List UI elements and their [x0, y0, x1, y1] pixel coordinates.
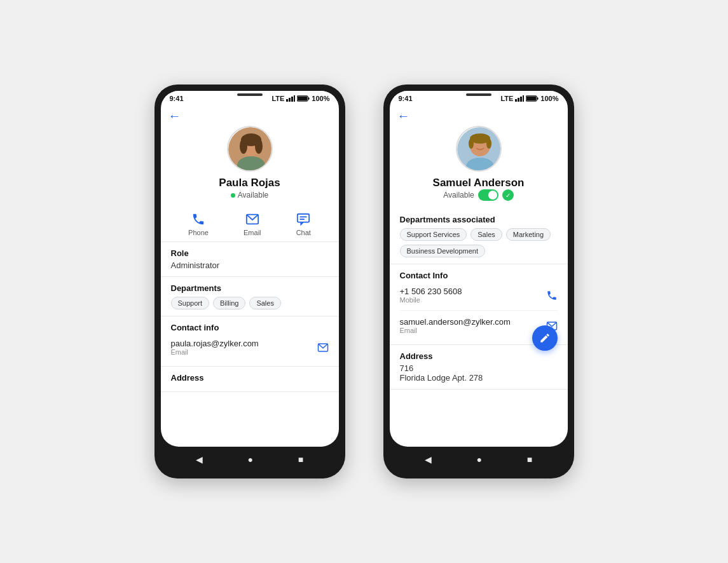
toggle-knob-2: [488, 191, 497, 200]
address-value-2: 716 Florida Lodge Apt. 278: [400, 363, 558, 383]
nav-home-2[interactable]: ●: [477, 454, 482, 465]
avatar-svg-2: [457, 127, 502, 172]
tag-marketing: Marketing: [506, 228, 551, 241]
profile-section-2: Samuel Anderson Available ✓: [390, 123, 568, 208]
available-label-2: Available: [443, 191, 474, 200]
tag-sales: Sales: [249, 297, 281, 309]
status-row-1: Available: [231, 191, 268, 200]
check-icon-2: ✓: [502, 189, 514, 201]
nav-bar-1: ◀ ● ■: [161, 447, 339, 472]
back-button-1[interactable]: ←: [168, 109, 181, 123]
svg-rect-24: [526, 97, 536, 100]
available-toggle-2[interactable]: [478, 189, 498, 201]
lte-icon-1: LTE: [271, 95, 284, 102]
svg-rect-2: [291, 97, 293, 102]
phone-2: 9:41 LTE 100%: [383, 85, 574, 478]
dept-assoc-label-2: Departments associated: [400, 215, 558, 224]
email-icon-contact-1: [317, 342, 329, 353]
status-icons-1: LTE 100%: [271, 95, 329, 102]
avatar-1: [227, 126, 273, 172]
email-value-2: samuel.anderson@zylker.com: [400, 317, 511, 327]
email-info-1: paula.rojas@zylker.com Email: [171, 339, 259, 356]
svg-rect-20: [520, 97, 522, 102]
svg-rect-5: [308, 97, 310, 100]
lte-icon-2: LTE: [500, 95, 513, 102]
tag-biz-dev: Business Development: [400, 245, 486, 257]
speaker-1: [237, 93, 263, 96]
action-row-1: Phone Email Chat: [161, 207, 339, 242]
nav-square-1[interactable]: ■: [298, 454, 303, 465]
chat-action-1[interactable]: Chat: [296, 212, 311, 236]
svg-rect-14: [298, 214, 309, 222]
tag-support-services: Support Services: [400, 228, 467, 241]
profile-section-1: Paula Rojas Available: [161, 123, 339, 207]
address-line1-2: 716: [400, 363, 558, 373]
speaker-2: [466, 93, 491, 96]
address-label-2: Address: [400, 351, 558, 361]
svg-rect-1: [289, 98, 291, 102]
divider-2: [400, 310, 558, 311]
email-type-2: Email: [400, 327, 511, 334]
phone-action-1[interactable]: Phone: [188, 212, 209, 236]
svg-point-11: [240, 139, 247, 154]
phone-row-2: +1 506 230 5608 Mobile: [400, 283, 558, 308]
svg-rect-19: [518, 98, 519, 102]
status-toggle-row-2: Available ✓: [443, 189, 513, 201]
dept-assoc-tags-2: Support Services Sales Marketing Busines…: [400, 228, 558, 257]
phone-icon-contact-2: [546, 290, 558, 301]
address-line2-2: Florida Lodge Apt. 278: [400, 373, 558, 383]
edit-icon-2: [539, 332, 551, 344]
available-dot-1: [231, 193, 235, 198]
signal-bars-2: [515, 95, 524, 102]
phone-type-2: Mobile: [400, 296, 462, 304]
address-section-2: Address 716 Florida Lodge Apt. 278: [390, 345, 568, 390]
available-label-1: Available: [238, 191, 268, 200]
profile-name-1: Paula Rojas: [219, 177, 280, 189]
profile-name-2: Samuel Anderson: [433, 177, 525, 189]
nav-square-2[interactable]: ■: [527, 454, 532, 465]
svg-rect-21: [523, 95, 524, 102]
email-info-2: samuel.anderson@zylker.com Email: [400, 317, 511, 334]
content-scroll-2: Departments associated Support Services …: [390, 208, 568, 447]
svg-rect-3: [294, 95, 295, 102]
svg-point-29: [469, 139, 474, 149]
email-action-1[interactable]: Email: [244, 212, 261, 236]
email-icon-1: [245, 212, 259, 226]
time-1: 9:41: [170, 95, 184, 102]
tag-billing: Billing: [213, 297, 245, 309]
phone-2-screen: 9:41 LTE 100%: [390, 91, 568, 447]
phone-1: 9:41 LTE 100%: [155, 85, 345, 478]
avatar-2: [456, 126, 502, 172]
dept-assoc-section-2: Departments associated Support Services …: [390, 208, 568, 264]
nav-home-1[interactable]: ●: [248, 454, 253, 465]
edit-fab-2[interactable]: [532, 325, 558, 351]
role-label-1: Role: [171, 248, 329, 258]
time-2: 9:41: [399, 95, 413, 102]
department-tags-1: Support Billing Sales: [171, 297, 329, 309]
nav-back-1[interactable]: ◀: [196, 454, 203, 465]
email-type-1: Email: [171, 348, 259, 356]
svg-rect-18: [515, 99, 517, 102]
svg-rect-23: [537, 97, 539, 100]
phone-icon-1: [191, 212, 205, 226]
contact-section-1: Contact info paula.rojas@zylker.com Emai…: [161, 316, 339, 367]
email-value-1: paula.rojas@zylker.com: [171, 339, 259, 348]
phone-info-2: +1 506 230 5608 Mobile: [400, 287, 462, 304]
back-row-2: ←: [390, 105, 568, 123]
phone-value-2: +1 506 230 5608: [400, 287, 462, 296]
departments-section-1: Departments Support Billing Sales: [161, 277, 339, 316]
battery-pct-2: 100%: [540, 95, 558, 102]
status-icons-2: LTE 100%: [500, 95, 558, 102]
battery-icon-1: [297, 95, 310, 102]
contact-label-2: Contact Info: [400, 271, 558, 280]
nav-back-2[interactable]: ◀: [425, 454, 432, 465]
email-action-label-1: Email: [244, 229, 261, 236]
chat-icon-1: [296, 212, 310, 226]
role-value-1: Administrator: [171, 261, 329, 270]
departments-label-1: Departments: [171, 283, 329, 293]
tag-support: Support: [171, 297, 210, 309]
back-button-2[interactable]: ←: [397, 109, 410, 123]
battery-icon-2: [526, 95, 539, 102]
phone-action-label-1: Phone: [188, 229, 209, 236]
address-section-1: Address: [161, 367, 339, 392]
